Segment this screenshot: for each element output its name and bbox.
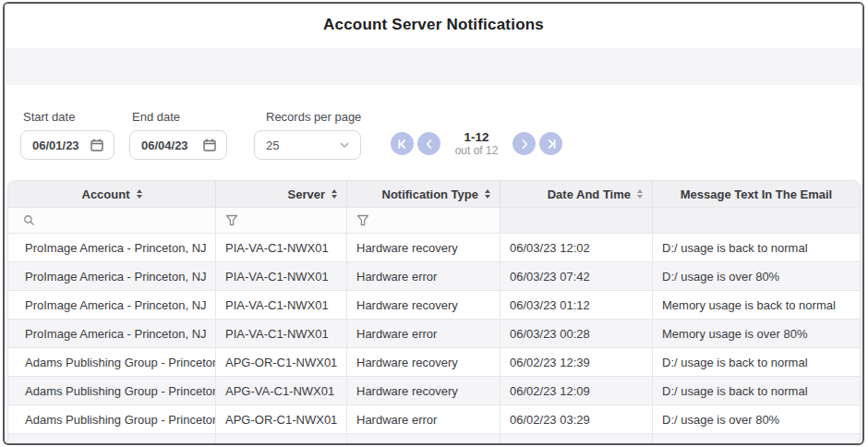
pagination: 1-12 out of 12 [391, 130, 562, 157]
cell-notification-type: Hardware error [347, 405, 500, 434]
column-header-notification-type[interactable]: Notification Type [347, 181, 500, 207]
start-date-label: Start date [23, 110, 115, 124]
cell-server: PIA-VA-C1-NWX01 [216, 234, 347, 262]
first-page-button[interactable] [391, 132, 414, 155]
chevron-down-icon [338, 139, 351, 151]
next-page-button[interactable] [512, 132, 536, 155]
table-row: Adams Publishing Group - Princeton, MN A… [8, 377, 860, 405]
column-header-date-and-time[interactable]: Date And Time [500, 181, 653, 207]
cell-date-and-time: 06/02/23 03:29 [500, 405, 653, 434]
calendar-icon[interactable] [90, 138, 104, 152]
cell-date-and-time: 06/02/23 12:39 [500, 348, 653, 377]
page-title: Account Server Notifications [5, 4, 862, 34]
table-row: Adams Publishing Group - Princeton, MN A… [8, 348, 860, 377]
table-filter-row [8, 207, 860, 234]
cell-server: PIA-VA-C1-NWX01 [216, 291, 347, 320]
filter-icon [356, 214, 369, 226]
start-date-field: Start date 06/01/23 [20, 110, 115, 160]
records-per-page-field: Records per page 25 [254, 110, 361, 160]
last-page-icon [544, 137, 559, 151]
cell-account: ProImage America - Princeton, NJ [8, 234, 216, 262]
notification-type-filter[interactable] [347, 208, 500, 233]
cell-message: D:/ usage is back to normal [653, 377, 860, 405]
cell-message: Memory usage is over 80% [653, 320, 860, 348]
cell-message: D:/ usage is back to normal [653, 348, 860, 377]
previous-page-button[interactable] [417, 132, 440, 155]
cell-date-and-time: 06/03/23 00:28 [500, 320, 653, 348]
end-date-input[interactable]: 06/04/23 [129, 130, 227, 160]
cell-date-and-time: 06/02/23 12:09 [500, 377, 653, 405]
title-bar: Account Server Notifications [5, 4, 862, 48]
table-row: ProImage America - Princeton, NJ PIA-VA-… [8, 291, 860, 320]
column-header-message: Message Text In The Email [653, 181, 860, 207]
date-and-time-filter-disabled [500, 208, 653, 233]
cell-account: ProImage America - Princeton, NJ [8, 262, 216, 291]
filter-controls: Start date 06/01/23 End date 06/04/23 [5, 85, 862, 177]
next-page-icon [517, 137, 532, 151]
start-date-input[interactable]: 06/01/23 [20, 130, 115, 160]
first-page-icon [395, 137, 410, 151]
sort-icon [332, 189, 337, 199]
records-per-page-value: 25 [266, 139, 279, 152]
toolbar-band [6, 48, 862, 85]
cell-account: Adams Publishing Group - Princeton, MN [8, 405, 216, 434]
cell-server: APG-OR-C1-NWX01 [216, 405, 347, 434]
cell-server: APG-OR-C1-NWX01 [216, 348, 347, 377]
cell-notification-type: Hardware error [347, 262, 500, 291]
table-header-row: Account Server Notification Type Date An… [8, 181, 860, 207]
cell-message: Memory usage is back to normal [653, 291, 860, 320]
cell-account: Adams Publishing Group - Princeton, MN [8, 377, 216, 405]
app-window: Account Server Notifications Start date … [3, 2, 864, 445]
sort-icon [637, 189, 643, 199]
cell-date-and-time: 06/03/23 01:12 [500, 291, 653, 320]
server-filter[interactable] [216, 208, 347, 233]
cell-message: D:/ usage is back to normal [653, 234, 860, 262]
records-per-page-label: Records per page [266, 110, 361, 124]
table-row: ProImage America - Princeton, NJ PIA-VA-… [8, 320, 860, 348]
cell-notification-type: Hardware error [347, 320, 500, 348]
account-search-filter[interactable] [8, 208, 216, 233]
start-date-value: 06/01/23 [32, 139, 79, 152]
notifications-table: Account Server Notification Type Date An… [7, 180, 861, 443]
cell-date-and-time: 06/03/23 07:42 [500, 262, 653, 291]
cell-server: PIA-VA-C1-NWX01 [216, 320, 347, 348]
cell-message: D:/ usage is over 80% [653, 405, 860, 434]
cell-server: APG-VA-C1-NWX01 [216, 377, 347, 405]
last-page-button[interactable] [539, 132, 562, 155]
table-row: ProImage America - Princeton, NJ PIA-VA-… [8, 234, 860, 262]
cell-account: ProImage America - Princeton, NJ [8, 320, 216, 348]
table-body: ProImage America - Princeton, NJ PIA-VA-… [8, 234, 860, 434]
sort-icon [137, 189, 142, 199]
end-date-value: 06/04/23 [141, 139, 188, 152]
column-header-account[interactable]: Account [8, 181, 216, 207]
search-icon [23, 214, 35, 226]
sort-icon [485, 189, 490, 199]
column-header-server[interactable]: Server [216, 181, 347, 207]
cell-account: Adams Publishing Group - Princeton, MN [8, 348, 216, 377]
table-row-clipped [8, 434, 860, 443]
cell-server: PIA-VA-C1-NWX01 [216, 262, 347, 291]
page-info: 1-12 out of 12 [448, 130, 505, 157]
cell-notification-type: Hardware recovery [347, 291, 500, 320]
message-filter-disabled [653, 208, 860, 233]
cell-account: ProImage America - Princeton, NJ [8, 291, 216, 320]
cell-notification-type: Hardware recovery [347, 348, 500, 377]
filter-icon [225, 214, 238, 226]
records-per-page-select[interactable]: 25 [254, 130, 361, 160]
table-row: ProImage America - Princeton, NJ PIA-VA-… [8, 262, 860, 291]
calendar-icon[interactable] [202, 138, 217, 152]
page-total: out of 12 [448, 144, 505, 157]
page-range: 1-12 [448, 130, 505, 144]
cell-notification-type: Hardware recovery [347, 234, 500, 262]
end-date-label: End date [132, 110, 227, 124]
cell-date-and-time: 06/03/23 12:02 [500, 234, 653, 262]
table-row: Adams Publishing Group - Princeton, MN A… [8, 405, 860, 434]
cell-message: D:/ usage is over 80% [653, 262, 860, 291]
cell-notification-type: Hardware recovery [347, 377, 500, 405]
end-date-field: End date 06/04/23 [129, 110, 227, 160]
prev-page-icon [422, 137, 437, 151]
